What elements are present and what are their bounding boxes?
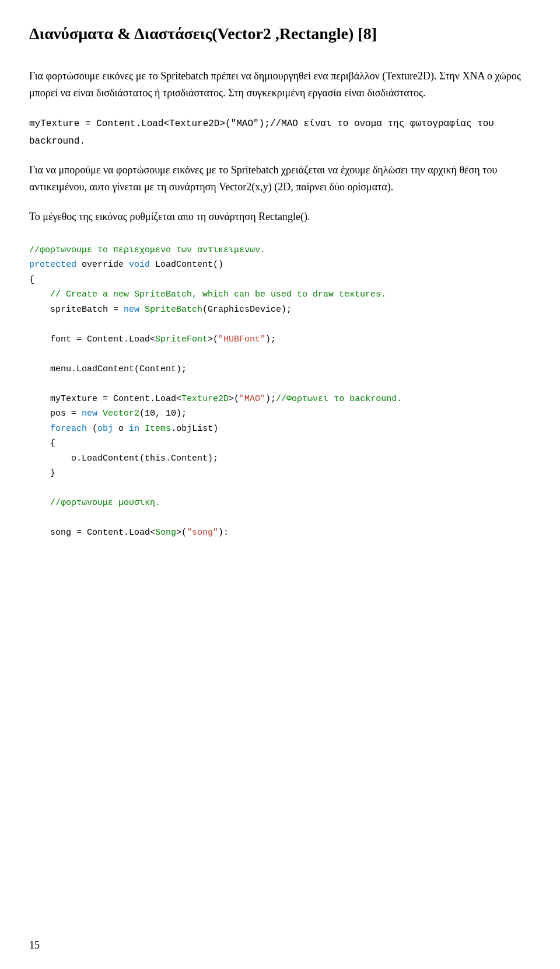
code-inline-generic: <Texture2D> <box>163 118 225 129</box>
code-line-blank3 <box>29 377 531 392</box>
code-line-mytexture: myTexture = Content.Load<Texture2D>("MAO… <box>29 392 531 407</box>
code-line-song: song = Content.Load<Song>("song"): <box>29 525 531 541</box>
code-line-brace-open2: { <box>29 436 531 451</box>
paragraph-3: Για να μπορούμε να φορτώσουμε εικόνες με… <box>29 162 531 196</box>
code-line-protected: protected override void LoadContent() <box>29 257 531 273</box>
code-line-blank5 <box>29 511 531 526</box>
code-line-menu: menu.LoadContent(Content); <box>29 362 531 377</box>
code-line-spritebatch: spriteBatch = new SpriteBatch(GraphicsDe… <box>29 302 531 318</box>
paragraph-1-text: Για φορτώσουμε εικόνες με το Spritebatch… <box>29 70 521 99</box>
code-line-comment1: //φορτωνουμε το περιεχομενο των αντικειμ… <box>29 243 531 258</box>
paragraph-1: Για φορτώσουμε εικόνες με το Spritebatch… <box>29 68 531 102</box>
code-block: //φορτωνουμε το περιεχομενο των αντικειμ… <box>29 238 531 545</box>
code-line-brace-open: { <box>29 273 531 288</box>
code-line-blank4 <box>29 481 531 496</box>
page-title: Διανύσματα & Διαστάσεις(Vector2 ,Rectang… <box>29 23 531 44</box>
title-text: Διανύσματα & Διαστάσεις(Vector2 ,Rectang… <box>29 25 354 43</box>
code-line-pos: pos = new Vector2(10, 10); <box>29 406 531 421</box>
code-inline-prefix: myTexture = Content.Load <box>29 118 163 129</box>
code-line-font: font = Content.Load<SpriteFont>("HUBFont… <box>29 332 531 347</box>
paragraph-4-text: Το μέγεθος της εικόνας ρυθμίζεται απο τη… <box>29 211 310 222</box>
code-inline-string: ("MAO") <box>225 118 264 129</box>
title-badge: [8] <box>358 25 377 43</box>
paragraph-3-text: Για να μπορούμε να φορτώσουμε εικόνες με… <box>29 164 497 193</box>
code-line-comment2: // Create a new SpriteBatch, which can b… <box>29 287 531 302</box>
paragraph-4: Το μέγεθος της εικόνας ρυθμίζεται απο τη… <box>29 208 531 225</box>
code-line-blank1 <box>29 317 531 332</box>
paragraph-code-inline: myTexture = Content.Load<Texture2D>("MAO… <box>29 114 531 149</box>
code-line-loadcontent: o.LoadContent(this.Content); <box>29 451 531 466</box>
code-line-blank2 <box>29 347 531 362</box>
code-line-foreach: foreach (obj o in Items.objList) <box>29 421 531 437</box>
code-line-comment3: //φορτωνουμε μουσικη. <box>29 496 531 511</box>
page-number: 15 <box>29 939 40 951</box>
code-line-brace-close2: } <box>29 466 531 481</box>
